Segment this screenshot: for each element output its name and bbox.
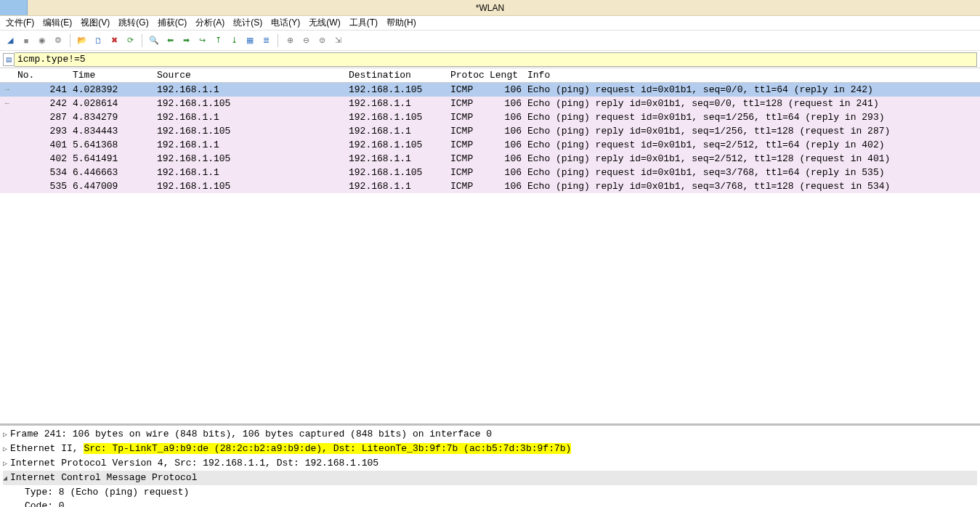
packet-destination: 192.168.1.105 [346, 110, 448, 124]
packet-arrow [0, 152, 15, 166]
filter-bookmark-button[interactable]: ▤ [3, 53, 15, 66]
menu-4[interactable]: 捕获(C) [155, 17, 190, 29]
toolbar-separator [142, 34, 142, 47]
menu-9[interactable]: 工具(T) [347, 17, 381, 29]
col-protocol[interactable]: Protoc [448, 68, 487, 83]
packet-destination: 192.168.1.105 [346, 166, 448, 179]
packet-info: Echo (ping) request id=0x01b1, seq=3/768… [525, 166, 980, 179]
save-icon[interactable]: 🗋 [91, 33, 105, 48]
packet-no: 242 [15, 97, 70, 110]
packet-row[interactable]: 5346.446663192.168.1.1192.168.1.105ICMP1… [0, 166, 980, 179]
menu-0[interactable]: 文件(F) [3, 17, 37, 29]
packet-source: 192.168.1.105 [154, 124, 346, 138]
close-icon[interactable]: ✖ [107, 33, 121, 48]
packet-row[interactable]: 4025.641491192.168.1.105192.168.1.1ICMP1… [0, 152, 980, 166]
options-icon[interactable]: ⚙ [51, 33, 65, 48]
detail-icmp-type[interactable]: Type: 8 (Echo (ping) request) [3, 485, 977, 499]
detail-ip-text: Internet Protocol Version 4, Src: 192.16… [10, 458, 378, 469]
packet-no: 401 [15, 138, 70, 152]
detail-ip[interactable]: ▷Internet Protocol Version 4, Src: 192.1… [3, 456, 977, 471]
zoom-out-icon[interactable]: ⊖ [299, 33, 313, 48]
zoom-in-icon[interactable]: ⊕ [283, 33, 297, 48]
packet-row[interactable]: 2934.834443192.168.1.105192.168.1.1ICMP1… [0, 124, 980, 138]
packet-info: Echo (ping) request id=0x01b1, seq=1/256… [525, 110, 980, 124]
col-length[interactable]: Lengt [487, 68, 525, 83]
packet-no: 287 [15, 110, 70, 124]
packet-length: 106 [487, 179, 525, 193]
packet-list-header-row[interactable]: No. Time Source Destination Protoc Lengt… [0, 68, 980, 83]
display-filter-input[interactable] [15, 52, 977, 67]
packet-length: 106 [487, 110, 525, 124]
packet-details-pane[interactable]: ▷Frame 241: 106 bytes on wire (848 bits)… [0, 424, 980, 507]
menu-1[interactable]: 编辑(E) [40, 17, 75, 29]
packet-source: 192.168.1.1 [154, 83, 346, 97]
packet-length: 106 [487, 152, 525, 166]
packet-protocol: ICMP [448, 110, 487, 124]
open-icon[interactable]: 📂 [75, 33, 89, 48]
packet-no: 534 [15, 166, 70, 179]
forward-icon[interactable]: ➡ [179, 33, 193, 48]
packet-time: 6.446663 [70, 166, 154, 179]
menu-2[interactable]: 视图(V) [78, 17, 113, 29]
packet-row[interactable]: 2874.834279192.168.1.1192.168.1.105ICMP1… [0, 110, 980, 124]
detail-frame-text: Frame 241: 106 bytes on wire (848 bits),… [10, 429, 492, 439]
packet-destination: 192.168.1.105 [346, 83, 448, 97]
auto-scroll-icon[interactable]: ▦ [243, 33, 257, 48]
packet-info: Echo (ping) reply id=0x01b1, seq=0/0, tt… [525, 97, 980, 110]
packet-protocol: ICMP [448, 124, 487, 138]
packet-protocol: ICMP [448, 179, 487, 193]
packet-list-pane[interactable]: No. Time Source Destination Protoc Lengt… [0, 68, 980, 424]
col-no[interactable]: No. [15, 68, 70, 83]
packet-time: 4.028614 [70, 97, 154, 110]
packet-time: 4.028392 [70, 83, 154, 97]
menu-3[interactable]: 跳转(G) [116, 17, 151, 29]
stop-capture-icon[interactable]: ■ [19, 33, 33, 48]
col-source[interactable]: Source [154, 68, 346, 83]
jump-icon[interactable]: ↪ [195, 33, 209, 48]
packet-row[interactable]: ←2424.028614192.168.1.105192.168.1.1ICMP… [0, 97, 980, 110]
colorize-icon[interactable]: ≣ [259, 33, 273, 48]
restart-capture-icon[interactable]: ◉ [35, 33, 49, 48]
packet-arrow: → [0, 83, 15, 97]
col-time[interactable]: Time [70, 68, 154, 83]
packet-info: Echo (ping) reply id=0x01b1, seq=3/768, … [525, 179, 980, 193]
packet-no: 402 [15, 152, 70, 166]
find-icon[interactable]: 🔍 [147, 33, 161, 48]
go-last-icon[interactable]: ⤓ [227, 33, 241, 48]
detail-icmp-code[interactable]: Code: 0 [3, 499, 977, 507]
menu-8[interactable]: 无线(W) [306, 17, 343, 29]
packet-length: 106 [487, 83, 525, 97]
packet-length: 106 [487, 138, 525, 152]
packet-protocol: ICMP [448, 152, 487, 166]
packet-info: Echo (ping) request id=0x01b1, seq=2/512… [525, 138, 980, 152]
detail-frame[interactable]: ▷Frame 241: 106 bytes on wire (848 bits)… [3, 427, 977, 442]
go-first-icon[interactable]: ⤒ [211, 33, 225, 48]
packet-source: 192.168.1.1 [154, 138, 346, 152]
back-icon[interactable]: ⬅ [163, 33, 177, 48]
packet-time: 4.834443 [70, 124, 154, 138]
packet-arrow [0, 179, 15, 193]
packet-destination: 192.168.1.1 [346, 179, 448, 193]
packet-time: 6.447009 [70, 179, 154, 193]
reload-icon[interactable]: ⟳ [123, 33, 137, 48]
packet-row[interactable]: 5356.447009192.168.1.105192.168.1.1ICMP1… [0, 179, 980, 193]
menu-5[interactable]: 分析(A) [193, 17, 227, 29]
menu-6[interactable]: 统计(S) [230, 17, 265, 29]
packet-row[interactable]: 4015.641368192.168.1.1192.168.1.105ICMP1… [0, 138, 980, 152]
detail-ethernet[interactable]: ▷Ethernet II, Src: Tp-LinkT_a9:b9:de (28… [3, 442, 977, 456]
zoom-reset-icon[interactable]: ⊜ [315, 33, 329, 48]
col-destination[interactable]: Destination [346, 68, 448, 83]
packet-row[interactable]: →2414.028392192.168.1.1192.168.1.105ICMP… [0, 83, 980, 97]
main-toolbar: ◢■◉⚙📂🗋✖⟳🔍⬅➡↪⤒⤓▦≣⊕⊖⊜⇲ [0, 31, 980, 51]
col-info[interactable]: Info [525, 68, 980, 83]
menu-10[interactable]: 帮助(H) [384, 17, 419, 29]
detail-icmp-text: Internet Control Message Protocol [10, 472, 197, 483]
window-icon [0, 0, 28, 15]
packet-arrow: ← [0, 97, 15, 110]
packet-no: 293 [15, 124, 70, 138]
resize-cols-icon[interactable]: ⇲ [331, 33, 345, 48]
detail-icmp[interactable]: ◢Internet Control Message Protocol [3, 471, 977, 485]
fin-icon[interactable]: ◢ [3, 33, 17, 48]
menu-7[interactable]: 电话(Y) [268, 17, 303, 29]
packet-info: Echo (ping) reply id=0x01b1, seq=2/512, … [525, 152, 980, 166]
